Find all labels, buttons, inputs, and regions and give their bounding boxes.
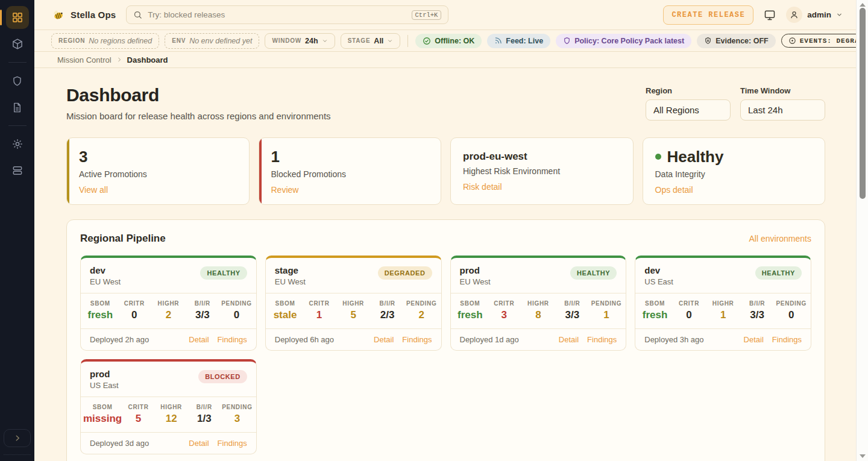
bir-stat: B/I/R 2/3 [370, 300, 404, 321]
search-bar[interactable]: Ctrl+K [126, 5, 448, 24]
critr-stat-value: 0 [672, 309, 706, 321]
detail-link[interactable]: Detail [559, 335, 579, 344]
critr-stat-value: 5 [122, 413, 155, 425]
findings-link[interactable]: Findings [402, 335, 432, 344]
feed-status-chip[interactable]: Feed: Live [487, 34, 550, 48]
pipeline-card-links: Detail Findings [744, 335, 802, 344]
data-integrity-value-text: Healthy [667, 148, 724, 166]
evidence-status-chip[interactable]: Evidence: OFF [697, 34, 776, 48]
all-environments-link[interactable]: All environments [749, 234, 812, 243]
findings-link[interactable]: Findings [772, 335, 802, 344]
sidebar [0, 0, 34, 461]
page-scrollbar [856, 0, 868, 461]
critr-stat: CRITR 1 [302, 300, 336, 321]
region-filter-pill[interactable]: REGION No regions defined [51, 33, 159, 49]
user-menu[interactable]: admin [786, 7, 843, 23]
events-status-chip[interactable]: EVENTS: DEGRADED [781, 34, 868, 48]
bir-stat: B/I/R 1/3 [188, 404, 221, 425]
create-release-button[interactable]: CREATE RELEASE [663, 5, 753, 25]
view-all-link[interactable]: View all [79, 185, 108, 195]
pipeline-card-stats: SBOM stale CRITR 1 HIGHR 5 [266, 293, 441, 328]
active-promotions-label: Active Promotions [79, 169, 237, 179]
sbom-stat-label: SBOM [638, 300, 672, 307]
environment-name: prod [460, 265, 491, 275]
findings-link[interactable]: Findings [218, 439, 247, 448]
window-filter-pill[interactable]: WINDOW 24h [265, 33, 335, 49]
sbom-stat-label: SBOM [268, 300, 303, 307]
detail-link[interactable]: Detail [374, 335, 394, 344]
critr-stat-label: CRITR [118, 300, 152, 307]
pending-stat: PENDING 3 [221, 404, 254, 425]
pipeline-card-stats: SBOM fresh CRITR 0 HIGHR 2 [81, 293, 256, 328]
critr-stat: CRITR 3 [487, 300, 521, 321]
findings-link[interactable]: Findings [218, 335, 247, 344]
sidebar-item-infrastructure[interactable] [6, 159, 29, 182]
sbom-stat: SBOM stale [268, 300, 303, 321]
data-integrity-value: Healthy [655, 148, 813, 166]
page-filters: Region All Regions Time Window Last 24h [646, 86, 825, 121]
regional-pipeline-header: Regional Pipeline All environments [80, 233, 811, 245]
main-area: Stella Ops Ctrl+K CREATE RELEASE [34, 0, 856, 461]
shield-icon [11, 75, 23, 87]
detail-link[interactable]: Detail [189, 335, 209, 344]
scrollbar-down-arrow[interactable] [860, 454, 866, 458]
bir-stat-value: 3/3 [740, 309, 775, 321]
bir-stat: B/I/R 3/3 [740, 300, 775, 321]
detail-link[interactable]: Detail [744, 335, 764, 344]
region-select[interactable]: All Regions [646, 99, 731, 121]
pipeline-card-header: dev US East HEALTHY [635, 258, 811, 293]
env-pill-label: ENV [172, 37, 186, 44]
pipeline-card-links: Detail Findings [189, 335, 247, 344]
review-link[interactable]: Review [271, 185, 299, 195]
sidebar-item-releases[interactable] [6, 33, 29, 55]
offline-status-chip[interactable]: Offline: OK [415, 34, 482, 48]
stage-filter-pill[interactable]: STAGE All [341, 33, 401, 49]
pending-stat: PENDING 1 [590, 300, 624, 321]
sidebar-item-dashboard[interactable] [6, 6, 29, 29]
risk-detail-link[interactable]: Risk detail [463, 182, 502, 192]
detail-link[interactable]: Detail [189, 439, 209, 448]
highr-stat: HIGHR 1 [706, 300, 740, 321]
window-pill-label: WINDOW [272, 37, 301, 44]
pipeline-card-footer: Deployed 1d ago Detail Findings [451, 328, 626, 350]
policy-status-chip[interactable]: Policy: Core Policy Pack latest [556, 34, 691, 48]
ops-detail-link[interactable]: Ops detail [655, 185, 693, 195]
breadcrumb-mission-control[interactable]: Mission Control [57, 55, 112, 64]
search-input[interactable] [148, 10, 406, 19]
status-badge: HEALTHY [755, 266, 802, 280]
environment-name: dev [90, 265, 121, 275]
deployed-time: Deployed 2h ago [90, 335, 149, 344]
sidebar-item-documents[interactable] [6, 96, 29, 119]
page-content: Dashboard Mission board for release heal… [34, 68, 856, 461]
chevron-down-icon [322, 38, 328, 44]
sidebar-item-security[interactable] [6, 69, 29, 92]
pipeline-card-stats: SBOM fresh CRITR 0 HIGHR 1 [635, 293, 811, 328]
pipeline-card: prod US East BLOCKED SBOM missing CR [80, 359, 257, 454]
environment-region: EU West [275, 277, 306, 286]
gear-icon [11, 138, 24, 150]
critr-stat: CRITR 0 [118, 300, 152, 321]
display-mode-button[interactable] [764, 9, 776, 21]
sidebar-item-settings[interactable] [6, 133, 29, 155]
active-promotions-value: 3 [79, 148, 237, 166]
findings-link[interactable]: Findings [587, 335, 617, 344]
scrollbar-up-arrow[interactable] [860, 3, 866, 7]
sbom-stat: SBOM fresh [638, 300, 672, 321]
environment-region: US East [90, 381, 119, 390]
sidebar-expand-button[interactable] [4, 429, 31, 447]
package-icon [11, 38, 24, 50]
time-window-select[interactable]: Last 24h [740, 99, 825, 121]
env-filter-pill[interactable]: ENV No env defined yet [165, 33, 259, 49]
sbom-stat: SBOM missing [83, 404, 122, 425]
critr-stat-value: 1 [302, 309, 336, 321]
stage-pill-label: STAGE [348, 37, 371, 44]
pipeline-card: dev US East HEALTHY SBOM fresh CRITR [635, 256, 811, 351]
highr-stat: HIGHR 5 [336, 300, 371, 321]
chevron-down-icon [836, 11, 843, 18]
circle-dot-icon [788, 37, 796, 45]
scrollbar-thumb[interactable] [860, 8, 866, 199]
highr-stat-label: HIGHR [151, 300, 186, 307]
deployed-time: Deployed 1d ago [460, 335, 519, 344]
status-badge: BLOCKED [198, 370, 247, 383]
regional-pipeline-panel: Regional Pipeline All environments dev E… [66, 219, 825, 461]
